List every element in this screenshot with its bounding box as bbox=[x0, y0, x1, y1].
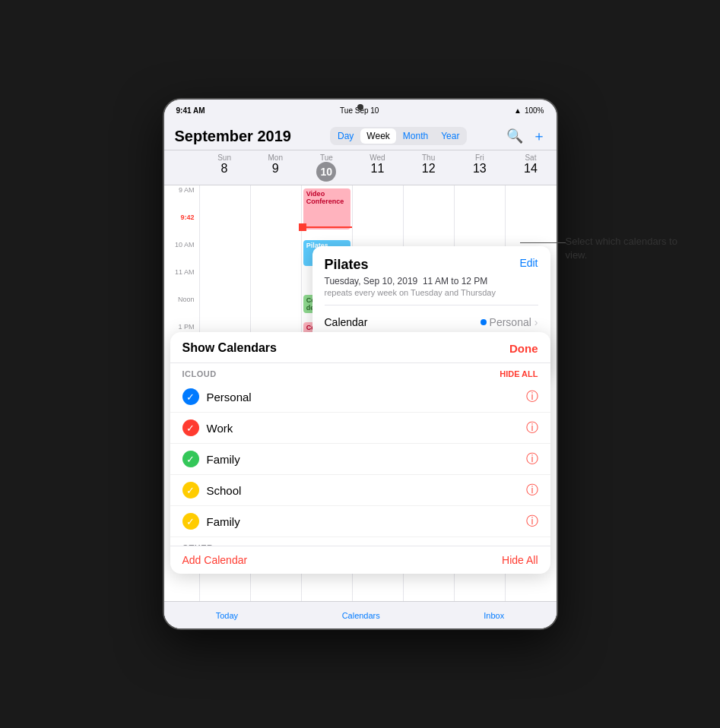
month-year-title: September 2019 bbox=[175, 128, 291, 145]
family2-info-button[interactable]: ⓘ bbox=[526, 514, 538, 530]
tab-bar: Today Calendars Inbox bbox=[164, 601, 557, 628]
popup-datetime: Tuesday, Sep 10, 2019 11 AM to 12 PM bbox=[325, 276, 538, 286]
time-11am: 11 AM bbox=[164, 267, 199, 295]
hide-all-button[interactable]: HIDE ALL bbox=[500, 369, 538, 378]
battery-icon: 100% bbox=[525, 106, 544, 115]
tab-calendars[interactable]: Calendars bbox=[342, 611, 380, 620]
personal-check: ✓ bbox=[182, 388, 199, 405]
icloud-section-header: ICLOUD HIDE ALL bbox=[170, 363, 550, 381]
cal-item-personal[interactable]: ✓ Personal ⓘ bbox=[170, 381, 550, 413]
personal-info-button[interactable]: ⓘ bbox=[526, 389, 538, 405]
app-wrapper: 9:41 AM Tue Sep 10 ▲ 100% September 2019… bbox=[163, 98, 558, 630]
popup-title: Pilates bbox=[325, 257, 369, 272]
popup-calendar-value: Personal › bbox=[481, 316, 538, 328]
icloud-label: ICLOUD bbox=[182, 369, 217, 378]
cal-item-family2[interactable]: ✓ Family ⓘ bbox=[170, 506, 550, 537]
day-sat: Sat 14 bbox=[505, 154, 556, 182]
icloud-section: ICLOUD HIDE ALL ✓ Personal ⓘ ✓ Work ⓘ bbox=[170, 363, 550, 546]
now-line bbox=[302, 226, 352, 228]
search-button[interactable]: 🔍 bbox=[506, 128, 523, 144]
annotation: Select which calendars to view. bbox=[566, 235, 680, 262]
now-dot bbox=[299, 223, 306, 231]
day-thu: Thu 12 bbox=[403, 154, 454, 182]
calendars-panel: Show Calendars Done ICLOUD HIDE ALL ✓ Pe… bbox=[170, 332, 550, 574]
popup-edit-button[interactable]: Edit bbox=[519, 257, 538, 269]
other-label: OTHER bbox=[182, 543, 214, 546]
popup-calendar-row: Calendar Personal › bbox=[325, 313, 538, 331]
cals-panel-footer: Add Calendar Hide All bbox=[170, 546, 550, 574]
other-section-header: OTHER bbox=[170, 537, 550, 546]
add-calendar-button[interactable]: Add Calendar bbox=[182, 554, 248, 566]
ipad-frame: 9:41 AM Tue Sep 10 ▲ 100% September 2019… bbox=[163, 98, 558, 630]
cal-item-school[interactable]: ✓ School ⓘ bbox=[170, 475, 550, 506]
status-bar: 9:41 AM Tue Sep 10 ▲ 100% bbox=[164, 100, 557, 121]
view-day-button[interactable]: Day bbox=[331, 128, 360, 144]
day-fri: Fri 13 bbox=[454, 154, 505, 182]
popup-calendar-label: Calendar bbox=[325, 316, 368, 328]
cals-done-button[interactable]: Done bbox=[509, 342, 538, 355]
header-actions: 🔍 ＋ bbox=[506, 127, 546, 145]
family2-name: Family bbox=[207, 515, 519, 528]
view-year-button[interactable]: Year bbox=[435, 128, 465, 144]
time-9am: 9 AM bbox=[164, 185, 199, 213]
calendar-header: September 2019 Day Week Month Year 🔍 ＋ bbox=[164, 121, 557, 150]
time-10am: 10 AM bbox=[164, 240, 199, 267]
cal-item-work[interactable]: ✓ Work ⓘ bbox=[170, 413, 550, 444]
view-switcher: Day Week Month Year bbox=[330, 127, 467, 145]
family-info-button[interactable]: ⓘ bbox=[526, 451, 538, 467]
add-event-button[interactable]: ＋ bbox=[532, 127, 546, 145]
time-noon: Noon bbox=[164, 295, 199, 322]
popup-header: Pilates Edit bbox=[325, 257, 538, 273]
school-name: School bbox=[207, 484, 519, 497]
day-sun: Sun 8 bbox=[199, 154, 250, 182]
work-check: ✓ bbox=[182, 419, 199, 436]
cals-panel-title: Show Calendars bbox=[182, 341, 277, 355]
day-wed: Wed 11 bbox=[352, 154, 403, 182]
tab-inbox[interactable]: Inbox bbox=[484, 611, 504, 620]
school-info-button[interactable]: ⓘ bbox=[526, 483, 538, 499]
event-video-conference[interactable]: Video Conference bbox=[303, 188, 350, 229]
time-col-spacer bbox=[164, 154, 199, 182]
view-week-button[interactable]: Week bbox=[360, 128, 395, 144]
family-name: Family bbox=[207, 453, 519, 466]
view-month-button[interactable]: Month bbox=[397, 128, 434, 144]
cal-item-family[interactable]: ✓ Family ⓘ bbox=[170, 444, 550, 475]
calendar-app: September 2019 Day Week Month Year 🔍 ＋ S… bbox=[164, 121, 557, 628]
tab-today[interactable]: Today bbox=[216, 611, 238, 620]
wifi-icon: ▲ bbox=[514, 106, 522, 115]
family2-check: ✓ bbox=[182, 513, 199, 530]
day-tue-today: Tue 10 bbox=[301, 154, 352, 182]
time-942am: 9:42 bbox=[164, 213, 199, 240]
work-info-button[interactable]: ⓘ bbox=[526, 420, 538, 436]
day-mon: Mon 9 bbox=[250, 154, 301, 182]
calendar-color-dot bbox=[481, 319, 487, 325]
status-time: 9:41 AM bbox=[176, 106, 205, 115]
school-check: ✓ bbox=[182, 482, 199, 499]
cals-panel-header: Show Calendars Done bbox=[170, 332, 550, 363]
family-check: ✓ bbox=[182, 451, 199, 467]
annotation-text: Select which calendars to view. bbox=[566, 235, 680, 262]
annotation-line bbox=[520, 242, 566, 243]
personal-name: Personal bbox=[207, 391, 519, 404]
hide-all-footer-button[interactable]: Hide All bbox=[502, 554, 538, 566]
camera bbox=[357, 104, 363, 110]
status-icons: ▲ 100% bbox=[514, 106, 544, 115]
popup-repeat: repeats every week on Tuesday and Thursd… bbox=[325, 288, 538, 297]
work-name: Work bbox=[207, 422, 519, 435]
days-row: Sun 8 Mon 9 Tue 10 Wed 11 Thu 12 bbox=[164, 150, 557, 185]
